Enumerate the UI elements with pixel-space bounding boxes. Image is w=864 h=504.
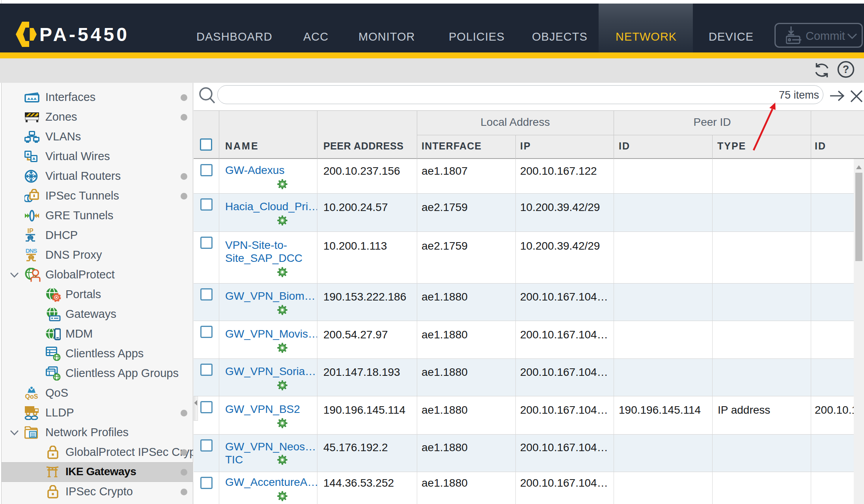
svg-text:QoS: QoS bbox=[25, 393, 38, 400]
svg-text:IP: IP bbox=[27, 228, 33, 234]
svg-text:DNS: DNS bbox=[26, 248, 37, 254]
svg-text:?: ? bbox=[843, 63, 849, 75]
